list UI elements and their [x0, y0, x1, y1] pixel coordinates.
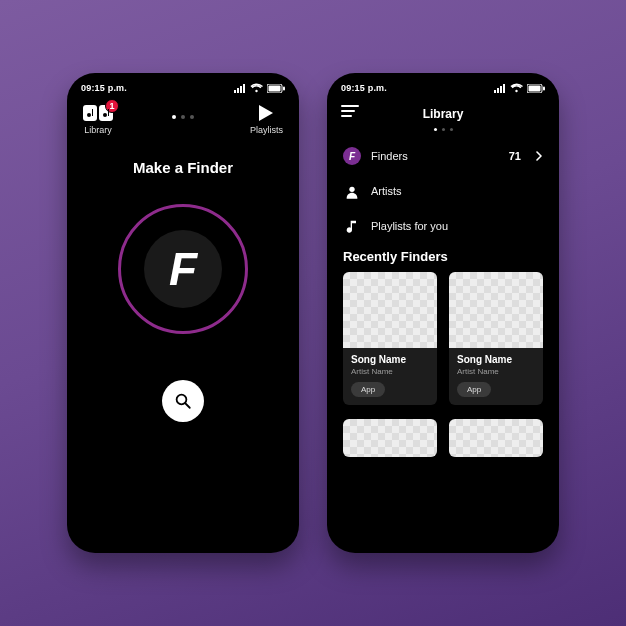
row-label: Artists [371, 185, 543, 197]
finder-ring-button[interactable]: F [118, 204, 248, 334]
svg-rect-1 [237, 88, 239, 93]
row-label: Finders [371, 150, 499, 162]
svg-line-8 [185, 403, 190, 408]
status-icons [494, 83, 545, 93]
status-time: 09:15 p.m. [81, 83, 127, 93]
recent-grid: Song Name Artist Name App Song Name Arti… [327, 272, 559, 419]
svg-rect-10 [497, 88, 499, 93]
svg-rect-9 [494, 90, 496, 93]
row-label: Playlists for you [371, 220, 543, 232]
song-card[interactable] [343, 419, 437, 457]
app-tag[interactable]: App [457, 382, 491, 397]
row-finders[interactable]: F Finders 71 [343, 139, 543, 173]
signal-icon [494, 84, 506, 93]
wifi-icon [250, 83, 263, 93]
headline: Make a Finder [133, 159, 233, 176]
wifi-icon [510, 83, 523, 93]
search-icon [174, 392, 192, 410]
thumbnail-placeholder [449, 419, 543, 457]
svg-rect-11 [500, 86, 502, 93]
chevron-right-icon [535, 151, 543, 161]
status-icons [234, 83, 285, 93]
battery-icon [267, 84, 285, 93]
svg-rect-5 [269, 85, 281, 91]
thumbnail-placeholder [343, 272, 437, 348]
finders-icon: F [343, 147, 361, 165]
finders-count: 71 [509, 150, 521, 162]
device-notch [395, 73, 491, 93]
library-list: F Finders 71 Artists Playlists for you [327, 131, 559, 243]
menu-button[interactable] [341, 105, 359, 117]
row-artists[interactable]: Artists [343, 173, 543, 209]
section-title: Recently Finders [327, 243, 559, 272]
library-label: Library [84, 125, 112, 135]
svg-rect-14 [529, 85, 541, 91]
search-button[interactable] [162, 380, 204, 422]
svg-point-16 [349, 187, 354, 192]
svg-rect-2 [240, 86, 242, 93]
playlists-label: Playlists [250, 125, 283, 135]
recent-grid-peek [327, 419, 559, 457]
battery-icon [527, 84, 545, 93]
signal-icon [234, 84, 246, 93]
svg-rect-15 [543, 86, 545, 90]
svg-rect-12 [503, 84, 505, 93]
music-note-icon [343, 217, 361, 235]
row-playlists[interactable]: Playlists for you [343, 209, 543, 243]
artist-name: Artist Name [351, 367, 429, 376]
phone-screen-library: 09:15 p.m. Library F Finders 71 Artists [327, 73, 559, 553]
thumbnail-placeholder [343, 419, 437, 457]
song-name: Song Name [457, 354, 535, 365]
artist-name: Artist Name [457, 367, 535, 376]
status-time: 09:15 p.m. [341, 83, 387, 93]
svg-rect-6 [283, 86, 285, 90]
song-card[interactable]: Song Name Artist Name App [449, 272, 543, 405]
thumbnail-placeholder [449, 272, 543, 348]
svg-rect-3 [243, 84, 245, 93]
library-nav-item[interactable]: 1 Library [83, 105, 113, 135]
page-title: Library [423, 107, 464, 121]
app-tag[interactable]: App [351, 382, 385, 397]
song-card[interactable] [449, 419, 543, 457]
artist-icon [343, 183, 361, 201]
svg-rect-0 [234, 90, 236, 93]
phone-screen-home: 09:15 p.m. 1 Library Playlists Make a Fi… [67, 73, 299, 553]
playlists-nav-item[interactable]: Playlists [250, 105, 283, 135]
song-card[interactable]: Song Name Artist Name App [343, 272, 437, 405]
finder-logo: F [144, 230, 222, 308]
device-notch [135, 73, 231, 93]
song-name: Song Name [351, 354, 429, 365]
